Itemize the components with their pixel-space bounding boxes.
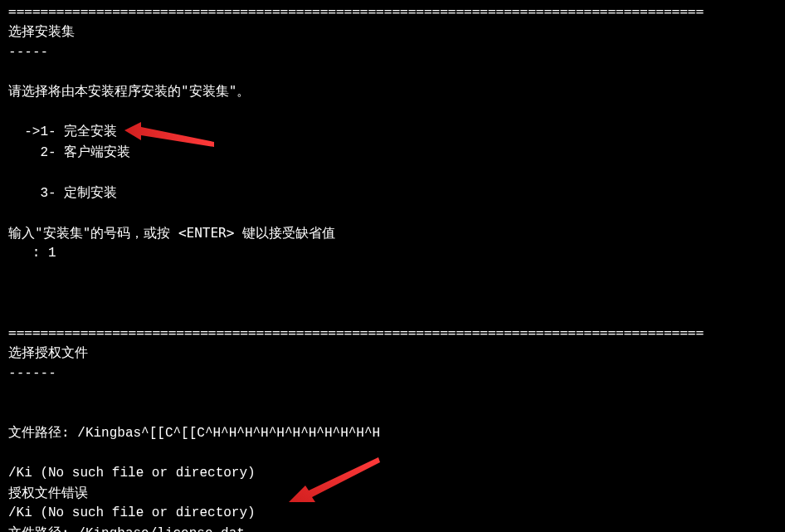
- option-marker: 3-: [8, 186, 56, 201]
- blank-space: [8, 383, 777, 403]
- divider-license: ========================================…: [8, 323, 777, 343]
- dash-license: ------: [8, 363, 777, 383]
- path-value[interactable]: /Kingbase/license.dat: [77, 526, 245, 532]
- install-set-prompt: 请选择将由本安装程序安装的"安装集"。: [8, 81, 777, 101]
- blank-space: [8, 443, 777, 463]
- option-client-install: 2- 客户端安装: [8, 142, 777, 163]
- file-path-line-1: 文件路径: /Kingbas^[[C^[[C^H^H^H^H^H^H^H^H^H…: [8, 422, 777, 443]
- option-full-install: ->1- 完全安装: [8, 121, 777, 142]
- dash-install-set: -----: [8, 41, 777, 61]
- file-path-line-2: 文件路径: /Kingbase/license.dat: [8, 523, 777, 532]
- path-value[interactable]: /Kingbas^[[C^[[C^H^H^H^H^H^H^H^H^H^H^H: [77, 426, 380, 441]
- blank-space: [8, 203, 777, 223]
- option-marker: 2-: [8, 145, 56, 160]
- option-marker: ->1-: [8, 124, 56, 139]
- divider-install-set: ========================================…: [8, 2, 777, 22]
- blank-space: [8, 303, 777, 323]
- blank-space: [8, 61, 777, 81]
- option-label: 定制安装: [64, 184, 117, 200]
- error-line-2: /Ki (No such file or directory): [8, 503, 777, 523]
- blank-space: [8, 403, 777, 422]
- title-license: 选择授权文件: [8, 343, 777, 363]
- path-label: 文件路径:: [8, 525, 70, 532]
- error-message: 授权文件错误: [8, 483, 777, 503]
- blank-space: [8, 101, 777, 121]
- option-label: 客户端安装: [64, 144, 130, 159]
- option-label: 完全安装: [64, 123, 117, 139]
- blank-space: [8, 163, 777, 183]
- title-install-set: 选择安装集: [8, 22, 777, 41]
- user-input-line[interactable]: : 1: [8, 243, 777, 263]
- option-custom-install: 3- 定制安装: [8, 183, 777, 203]
- path-label: 文件路径:: [8, 424, 70, 440]
- blank-space: [8, 283, 777, 303]
- input-prompt: 输入"安装集"的号码，或按 <ENTER> 键以接受缺省值: [8, 223, 777, 243]
- blank-space: [8, 263, 777, 283]
- error-line-1: /Ki (No such file or directory): [8, 463, 777, 483]
